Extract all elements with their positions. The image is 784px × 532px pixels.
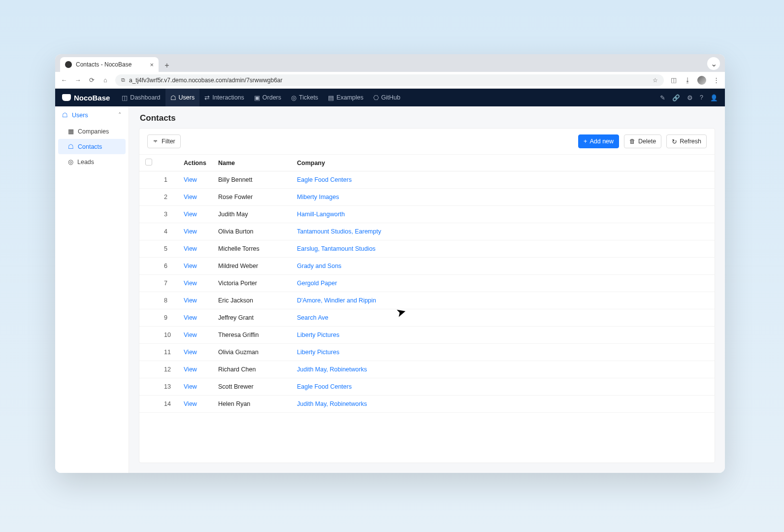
brand[interactable]: NocoBase (62, 94, 110, 102)
row-index: 5 (158, 240, 178, 258)
company-link[interactable]: Liberty Pictures (297, 332, 339, 338)
plus-icon: + (584, 138, 587, 145)
company-link[interactable]: Judith May, Robinetworks (297, 400, 367, 407)
row-name: Theresa Griffin (212, 327, 291, 344)
site-info-icon[interactable]: ⧉ (121, 77, 125, 83)
company-link[interactable]: Eagle Food Centers (297, 383, 352, 390)
view-link[interactable]: View (184, 176, 197, 183)
row-index: 3 (158, 206, 178, 223)
row-company: Judith May, Robinetworks (291, 396, 715, 413)
add-new-label: Add new (589, 138, 614, 145)
tab-close-icon[interactable]: × (150, 61, 154, 68)
row-checkbox-cell (139, 309, 158, 327)
profile-avatar-icon[interactable] (697, 76, 706, 85)
nav-item-label: Interactions (212, 94, 244, 101)
company-link[interactable]: Liberty Pictures (297, 349, 339, 356)
company-link[interactable]: Judith May, Robinetworks (297, 366, 367, 373)
header-actions: Actions (178, 155, 212, 171)
content-panel: ⫧ Filter + Add new 🗑 Delete ↻ Refresh (139, 128, 715, 463)
nav-item-github[interactable]: ⎔GitHub (368, 89, 405, 106)
sidebar-item-leads[interactable]: ◎Leads (55, 154, 129, 169)
downloads-icon[interactable]: ⭳ (684, 76, 691, 84)
view-link[interactable]: View (184, 280, 197, 287)
nav-item-examples[interactable]: ▤Examples (323, 89, 368, 106)
nav-item-dashboard[interactable]: ◫Dashboard (117, 89, 165, 106)
company-link[interactable]: Earslug, Tantamount Studios (297, 245, 376, 252)
table-toolbar: ⫧ Filter + Add new 🗑 Delete ↻ Refresh (139, 129, 715, 155)
sidebar-item-contacts[interactable]: ☖Contacts (58, 139, 126, 154)
browser-tab[interactable]: Contacts - NocoBase × (60, 57, 159, 72)
nav-back-icon[interactable]: ← (60, 76, 68, 84)
view-link[interactable]: View (184, 263, 197, 269)
add-new-button[interactable]: + Add new (578, 134, 619, 148)
view-link[interactable]: View (184, 297, 197, 304)
table-scroll[interactable]: Actions Name Company 1ViewBilly BennettE… (139, 155, 715, 413)
row-checkbox-cell (139, 396, 158, 413)
company-link[interactable]: Grady and Sons (297, 263, 341, 269)
company-link[interactable]: Miberty Images (297, 194, 339, 200)
user-icon[interactable]: 👤 (710, 94, 718, 101)
view-link[interactable]: View (184, 383, 197, 390)
view-link[interactable]: View (184, 314, 197, 321)
design-mode-icon[interactable]: ✎ (660, 94, 665, 101)
sidebar-item-label: Companies (78, 128, 109, 135)
row-name: Richard Chen (212, 361, 291, 378)
nav-item-interactions[interactable]: ⇄Interactions (199, 89, 249, 106)
company-link[interactable]: Search Ave (297, 314, 328, 321)
view-link[interactable]: View (184, 245, 197, 252)
row-name: Judith May (212, 206, 291, 223)
settings-icon[interactable]: ⚙ (687, 94, 693, 101)
row-index: 11 (158, 344, 178, 361)
company-link[interactable]: Eagle Food Centers (297, 176, 352, 183)
new-tab-button[interactable]: + (161, 59, 173, 72)
view-link[interactable]: View (184, 366, 197, 373)
nav-item-orders[interactable]: ▣Orders (249, 89, 286, 106)
view-link[interactable]: View (184, 332, 197, 338)
nav-reload-icon[interactable]: ⟳ (88, 76, 96, 84)
help-icon[interactable]: ? (700, 94, 703, 101)
browser-menu-icon[interactable]: ⋮ (712, 76, 720, 84)
row-name: Mildred Weber (212, 258, 291, 275)
address-bar[interactable]: ⧉ a_tj4fv3wrf5r.v7.demo.nocobase.com/adm… (115, 74, 664, 86)
company-link[interactable]: D'Amore, Windler and Rippin (297, 297, 376, 304)
company-link[interactable]: Hamill-Langworth (297, 211, 345, 218)
table-row: 4ViewOlivia BurtonTantamount Studios, Ea… (139, 223, 715, 240)
view-link[interactable]: View (184, 400, 197, 407)
header-checkbox-cell (139, 155, 158, 171)
view-link[interactable]: View (184, 194, 197, 200)
table-row: 13ViewScott BrewerEagle Food Centers (139, 378, 715, 396)
nav-home-icon[interactable]: ⌂ (101, 76, 109, 84)
row-company: D'Amore, Windler and Rippin (291, 292, 715, 309)
nav-item-users[interactable]: ☖Users (165, 89, 200, 106)
sidebar-item-companies[interactable]: ▦Companies (55, 124, 129, 139)
orders-icon: ▣ (254, 94, 260, 101)
browser-tab-strip: Contacts - NocoBase × + ⌄ (55, 54, 725, 72)
extensions-icon[interactable]: ◫ (670, 76, 678, 84)
tab-overflow-icon[interactable]: ⌄ (707, 57, 720, 70)
sidebar-item-label: Contacts (78, 143, 102, 150)
company-link[interactable]: Gergold Paper (297, 280, 337, 287)
plugin-icon[interactable]: 🔗 (672, 94, 680, 101)
row-actions: View (178, 344, 212, 361)
sidebar-group-users[interactable]: ☖ Users ˄ (55, 106, 129, 124)
row-name: Helen Ryan (212, 396, 291, 413)
sidebar-group-label: Users (72, 112, 88, 119)
refresh-button[interactable]: ↻ Refresh (666, 134, 707, 148)
delete-button[interactable]: 🗑 Delete (624, 134, 661, 148)
view-link[interactable]: View (184, 211, 197, 218)
nav-item-tickets[interactable]: ◎Tickets (286, 89, 323, 106)
table-row: 6ViewMildred WeberGrady and Sons (139, 258, 715, 275)
row-index: 9 (158, 309, 178, 327)
table-row: 10ViewTheresa GriffinLiberty Pictures (139, 327, 715, 344)
row-name: Rose Fowler (212, 189, 291, 206)
nav-item-label: GitHub (381, 94, 400, 101)
select-all-checkbox[interactable] (145, 159, 152, 166)
nav-forward-icon[interactable]: → (74, 76, 82, 84)
company-link[interactable]: Tantamount Studios, Earempty (297, 228, 381, 235)
table-row: 12ViewRichard ChenJudith May, Robinetwor… (139, 361, 715, 378)
bookmark-star-icon[interactable]: ☆ (653, 77, 658, 84)
filter-button[interactable]: ⫧ Filter (147, 134, 181, 148)
view-link[interactable]: View (184, 228, 197, 235)
view-link[interactable]: View (184, 349, 197, 356)
row-name: Victoria Porter (212, 275, 291, 292)
